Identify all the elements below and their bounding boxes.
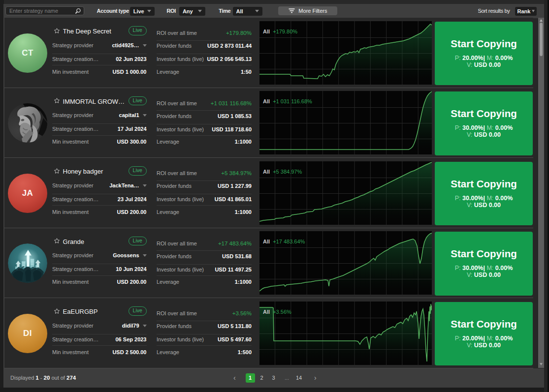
svg-text:All +1 031 116.68%: All +1 031 116.68% — [263, 98, 312, 104]
svg-text:All +17 483.64%: All +17 483.64% — [263, 239, 305, 244]
svg-text:All +179.80%: All +179.80% — [263, 29, 297, 34]
svg-text:All +3.56%: All +3.56% — [263, 309, 291, 315]
svg-text:All +5 384.97%: All +5 384.97% — [263, 169, 302, 175]
